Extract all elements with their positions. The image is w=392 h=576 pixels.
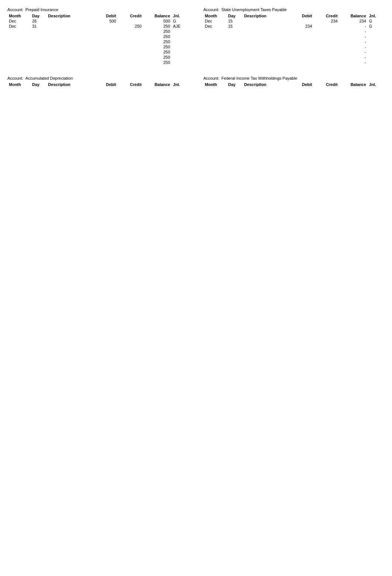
cell-desc	[47, 34, 92, 39]
cell-jnl: AJE	[172, 24, 189, 29]
cell-month	[203, 44, 227, 49]
col-month-header4: Month	[203, 82, 227, 87]
page: Account: Prepaid Insurance Month Day Des…	[7, 7, 385, 569]
cell-debit: 234	[288, 24, 313, 29]
cell-desc	[47, 55, 92, 60]
col-credit-header4: Credit	[313, 82, 339, 87]
cell-credit	[313, 29, 339, 34]
col-credit-header: Credit	[117, 13, 143, 18]
top-ledger-section: Account: Prepaid Insurance Month Day Des…	[7, 7, 385, 65]
cell-desc	[47, 29, 92, 34]
cell-month	[203, 39, 227, 44]
cell-jnl: G	[368, 24, 385, 29]
cell-debit	[288, 60, 313, 65]
table-row: 250	[7, 34, 189, 39]
cell-month	[7, 49, 31, 55]
table-row: Dec15234234G	[203, 18, 385, 24]
cell-day	[227, 55, 243, 60]
accumulated-depreciation-name: Accumulated Depreciation	[25, 76, 73, 80]
cell-desc	[243, 29, 288, 34]
prepaid-insurance-name: Prepaid Insurance	[25, 7, 58, 12]
cell-credit: 250	[117, 24, 143, 29]
cell-jnl: G	[172, 18, 189, 24]
cell-month: Dec	[7, 24, 31, 29]
col-debit-header: Debit	[92, 13, 117, 18]
col-month-header: Month	[7, 13, 31, 18]
cell-desc	[243, 18, 288, 24]
cell-day	[31, 44, 47, 49]
col-balance-header4: Balance	[339, 82, 368, 87]
cell-credit	[117, 60, 143, 65]
cell-day: 15	[227, 24, 243, 29]
cell-credit	[313, 24, 339, 29]
state-unemployment-name: State Unemployment Taxes Payable	[221, 7, 287, 12]
federal-income-tax-header: Account: Federal Income Tax Withholdings…	[203, 76, 385, 80]
accumulated-depreciation-account: Account: Accumulated Depreciation Month …	[7, 76, 189, 87]
cell-debit: 500	[92, 18, 117, 24]
state-unemployment-account: Account: State Unemployment Taxes Payabl…	[203, 7, 385, 65]
cell-debit	[288, 18, 313, 24]
state-unemployment-body: Dec15234234GDec15234-G-------	[203, 18, 385, 65]
cell-jnl	[172, 34, 189, 39]
federal-income-tax-account: Account: Federal Income Tax Withholdings…	[203, 76, 385, 87]
cell-month	[203, 29, 227, 34]
col-debit-header3: Debit	[92, 82, 117, 87]
cell-credit	[117, 29, 143, 34]
prepaid-insurance-label: Account:	[7, 7, 23, 12]
cell-day	[31, 29, 47, 34]
cell-credit	[313, 34, 339, 39]
cell-balance: 500	[143, 18, 172, 24]
prepaid-insurance-table: Month Day Description Debit Credit Balan…	[7, 13, 189, 65]
cell-desc	[243, 24, 288, 29]
cell-debit	[92, 60, 117, 65]
col-jnl-header2: Jnl.	[368, 13, 385, 18]
table-row: Dec31250250AJE	[7, 24, 189, 29]
cell-desc	[47, 60, 92, 65]
table-row: 250	[7, 39, 189, 44]
cell-month: Dec	[203, 24, 227, 29]
table-row: 250	[7, 44, 189, 49]
col-month-header3: Month	[7, 82, 31, 87]
cell-debit	[288, 55, 313, 60]
cell-debit	[92, 55, 117, 60]
cell-jnl	[368, 39, 385, 44]
prepaid-insurance-header: Account: Prepaid Insurance	[7, 7, 189, 12]
cell-jnl	[172, 60, 189, 65]
cell-jnl	[172, 49, 189, 55]
cell-day	[227, 29, 243, 34]
cell-balance: 250	[143, 60, 172, 65]
cell-jnl	[368, 29, 385, 34]
cell-balance: 250	[143, 24, 172, 29]
cell-month	[203, 55, 227, 60]
cell-day	[227, 34, 243, 39]
col-day-header2: Day	[227, 13, 243, 18]
cell-debit	[92, 34, 117, 39]
col-balance-header3: Balance	[143, 82, 172, 87]
cell-jnl	[368, 44, 385, 49]
cell-debit	[288, 39, 313, 44]
cell-balance: 250	[143, 44, 172, 49]
cell-debit	[288, 49, 313, 55]
prepaid-insurance-body: Dec26500500GDec31250250AJE25025025025025…	[7, 18, 189, 65]
col-month-header2: Month	[203, 13, 227, 18]
federal-income-tax-table: Month Day Description Debit Credit Balan…	[203, 82, 385, 87]
federal-income-tax-label: Account:	[203, 76, 219, 80]
state-unemployment-label: Account:	[203, 7, 219, 12]
cell-credit	[117, 34, 143, 39]
cell-month	[7, 44, 31, 49]
cell-credit	[313, 49, 339, 55]
table-row: 250	[7, 29, 189, 34]
cell-day: 15	[227, 18, 243, 24]
cell-desc	[243, 49, 288, 55]
state-unemployment-header: Account: State Unemployment Taxes Payabl…	[203, 7, 385, 12]
accumulated-depreciation-header: Account: Accumulated Depreciation	[7, 76, 189, 80]
cell-desc	[47, 24, 92, 29]
cell-desc	[47, 49, 92, 55]
cell-month	[203, 49, 227, 55]
table-row: -	[203, 34, 385, 39]
table-row: -	[203, 29, 385, 34]
cell-month: Dec	[7, 18, 31, 24]
table-row: -	[203, 60, 385, 65]
bottom-ledger-section: Account: Accumulated Depreciation Month …	[7, 76, 385, 87]
cell-credit: 234	[313, 18, 339, 24]
